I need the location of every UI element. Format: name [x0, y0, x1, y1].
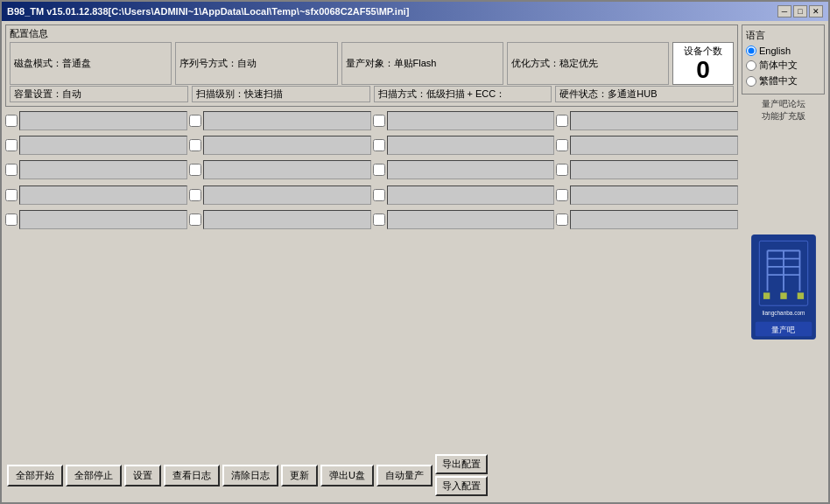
- slot-checkbox-1[interactable]: [5, 115, 18, 127]
- export-button[interactable]: 导出配置: [435, 454, 488, 474]
- slot-row-2: [189, 109, 371, 132]
- config-scan-mode: 扫描方式：低级扫描 + ECC：: [374, 86, 552, 102]
- slot-checkbox-14[interactable]: [189, 189, 201, 201]
- config-row-2: 容量设置：自动 扫描级别：快速扫描 扫描方式：低级扫描 + ECC： 硬件状态：…: [10, 86, 734, 102]
- start-all-button[interactable]: 全部开始: [7, 465, 63, 486]
- eject-button[interactable]: 弹出U盘: [320, 465, 374, 486]
- config-row-1: 磁盘模式：普通盘 序列号方式：自动 量产对象：单贴Flash 优化方式：稳定优先…: [10, 42, 734, 85]
- update-button[interactable]: 更新: [281, 465, 318, 486]
- config-group-title: 配置信息: [10, 27, 734, 40]
- slot-row-17: [5, 208, 187, 231]
- slot-row-19: [373, 208, 555, 231]
- config-serial-mode: 序列号方式：自动: [175, 42, 337, 85]
- minimize-button[interactable]: ─: [777, 5, 791, 18]
- settings-button[interactable]: 设置: [124, 465, 161, 486]
- language-option-traditional[interactable]: 繁體中文: [746, 74, 820, 88]
- slot-group-0: [5, 109, 738, 181]
- slot-bar-13: [19, 186, 187, 205]
- maximize-button[interactable]: □: [793, 5, 807, 18]
- radio-english[interactable]: [746, 46, 756, 56]
- slot-row-9: [5, 158, 187, 181]
- auto-button[interactable]: 自动量产: [376, 465, 433, 486]
- language-group: 语言 English 简体中文 繁體中文: [742, 24, 825, 94]
- config-target: 量产对象：单贴Flash: [341, 42, 503, 85]
- slot-checkbox-12[interactable]: [556, 164, 568, 176]
- slot-row-13: [5, 184, 187, 206]
- slot-bar-20: [570, 210, 738, 229]
- slot-checkbox-10[interactable]: [189, 164, 201, 176]
- language-option-english[interactable]: English: [746, 46, 820, 56]
- export-import-group: 导出配置 导入配置: [435, 454, 488, 496]
- bottom-toolbar: 全部开始 全部停止 设置 查看日志 清除日志 更新 弹出U盘 自动量产 导出配置…: [5, 452, 825, 499]
- slot-row-12: [556, 158, 738, 181]
- config-rows: 磁盘模式：普通盘 序列号方式：自动 量产对象：单贴Flash 优化方式：稳定优先…: [10, 42, 734, 102]
- logo-icon: liangchanba.com 量产吧: [749, 234, 819, 340]
- slot-row-8: [556, 134, 738, 157]
- slot-checkbox-6[interactable]: [189, 139, 201, 151]
- slot-row-6: [189, 134, 371, 157]
- slot-bar-17: [19, 210, 187, 229]
- clear-log-button[interactable]: 清除日志: [222, 465, 278, 486]
- language-label-simplified: 简体中文: [759, 59, 798, 72]
- config-optimize: 优化方式：稳定优先: [507, 42, 669, 85]
- svg-rect-10: [780, 292, 786, 298]
- slot-bar-19: [387, 210, 555, 229]
- slot-checkbox-17[interactable]: [5, 214, 18, 226]
- slot-checkbox-19[interactable]: [373, 214, 385, 226]
- slot-row-4: [556, 109, 738, 132]
- svg-rect-9: [763, 292, 769, 298]
- svg-text:量产吧: 量产吧: [771, 326, 795, 334]
- language-label-english: English: [759, 46, 791, 56]
- slot-checkbox-8[interactable]: [556, 139, 568, 151]
- main-window: B98_TM v15.01.12.838[C:\Users\ADMINI~1\A…: [0, 0, 830, 504]
- slot-bar-9: [19, 160, 187, 179]
- slot-checkbox-15[interactable]: [373, 189, 385, 201]
- slot-row-20: [556, 208, 738, 231]
- slot-bar-15: [387, 186, 555, 205]
- forum-info: 量产吧论坛 功能扩充版: [742, 98, 825, 122]
- radio-traditional[interactable]: [746, 76, 756, 87]
- slot-checkbox-16[interactable]: [556, 189, 568, 201]
- device-count-box: 设备个数 0: [672, 42, 734, 85]
- language-option-simplified[interactable]: 简体中文: [746, 59, 820, 72]
- slot-checkbox-11[interactable]: [373, 164, 385, 176]
- slot-row-18: [189, 208, 371, 231]
- import-button[interactable]: 导入配置: [435, 476, 488, 496]
- slots-wrapper: [5, 109, 738, 448]
- window-body: 配置信息 磁盘模式：普通盘 序列号方式：自动 量产对象：单贴Flash 优化方式…: [2, 21, 828, 502]
- radio-simplified[interactable]: [746, 60, 756, 71]
- slot-bar-18: [203, 210, 371, 229]
- stop-all-button[interactable]: 全部停止: [66, 465, 122, 486]
- slot-checkbox-7[interactable]: [373, 139, 385, 151]
- slot-row-14: [189, 184, 371, 206]
- slot-bar-11: [387, 160, 555, 179]
- slot-checkbox-20[interactable]: [556, 214, 568, 226]
- slot-bar-10: [203, 160, 371, 179]
- language-title: 语言: [746, 29, 820, 42]
- slot-row-1: [5, 109, 187, 132]
- slot-checkbox-3[interactable]: [373, 115, 385, 127]
- slot-row-5: [5, 134, 187, 157]
- window-controls: ─ □ ✕: [777, 5, 823, 18]
- slot-checkbox-18[interactable]: [189, 214, 201, 226]
- view-log-button[interactable]: 查看日志: [164, 465, 220, 486]
- slot-bar-6: [203, 136, 371, 155]
- slot-checkbox-9[interactable]: [5, 164, 18, 176]
- slot-row-7: [373, 134, 555, 157]
- window-title: B98_TM v15.01.12.838[C:\Users\ADMINI~1\A…: [7, 6, 409, 17]
- config-hardware: 硬件状态：多通道HUB: [555, 86, 734, 102]
- slot-row-3: [373, 109, 555, 132]
- left-panel: 配置信息 磁盘模式：普通盘 序列号方式：自动 量产对象：单贴Flash 优化方式…: [5, 24, 738, 448]
- close-button[interactable]: ✕: [809, 5, 823, 18]
- right-panel: 语言 English 简体中文 繁體中文 量产吧论坛: [742, 24, 825, 448]
- main-area: 配置信息 磁盘模式：普通盘 序列号方式：自动 量产对象：单贴Flash 优化方式…: [5, 24, 825, 448]
- slot-bar-2: [203, 111, 371, 130]
- slots-container: [5, 109, 738, 448]
- slot-bar-7: [387, 136, 555, 155]
- slot-checkbox-4[interactable]: [556, 115, 568, 127]
- slot-checkbox-13[interactable]: [5, 189, 18, 201]
- slot-checkbox-5[interactable]: [5, 139, 18, 151]
- device-count-value: 0: [696, 58, 710, 82]
- slot-checkbox-2[interactable]: [189, 115, 201, 127]
- slot-row-15: [373, 184, 555, 206]
